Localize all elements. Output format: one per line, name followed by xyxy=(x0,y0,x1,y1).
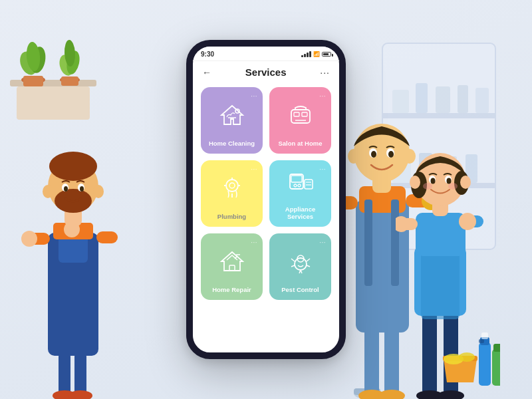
svg-point-89 xyxy=(447,178,452,184)
svg-rect-51 xyxy=(364,326,379,396)
pest-control-label: Pest Control xyxy=(281,286,319,293)
svg-point-67 xyxy=(371,151,376,158)
service-card-home-cleaning[interactable]: ···Home Cleaning xyxy=(201,87,263,154)
card-more-dots[interactable]: ··· xyxy=(251,92,257,100)
status-icons: 📶 xyxy=(301,51,331,57)
salon-at-home-label: Salon at Home xyxy=(279,140,323,147)
svg-rect-106 xyxy=(294,112,299,116)
salon-at-home-icon xyxy=(286,100,315,133)
more-button[interactable]: ··· xyxy=(320,67,330,78)
svg-point-44 xyxy=(64,186,68,192)
svg-rect-57 xyxy=(364,200,372,286)
svg-point-45 xyxy=(80,186,84,192)
card-more-dots[interactable]: ··· xyxy=(251,166,257,173)
svg-point-69 xyxy=(348,149,360,164)
wifi-icon: 📶 xyxy=(313,51,320,57)
svg-point-74 xyxy=(438,390,464,399)
svg-point-110 xyxy=(229,183,235,188)
svg-point-125 xyxy=(295,258,307,270)
svg-line-129 xyxy=(307,259,310,261)
svg-rect-102 xyxy=(479,339,484,343)
svg-point-117 xyxy=(294,184,297,187)
service-card-pest-control[interactable]: ···Pest Control xyxy=(269,233,331,300)
home-repair-label: Home Repair xyxy=(212,286,251,293)
service-card-salon-at-home[interactable]: ···Salon at Home xyxy=(269,87,331,154)
svg-point-101 xyxy=(459,352,475,362)
svg-rect-97 xyxy=(481,332,488,339)
card-more-dots[interactable]: ··· xyxy=(319,92,326,100)
card-more-dots[interactable]: ··· xyxy=(319,166,326,173)
svg-rect-98 xyxy=(492,349,500,386)
battery-icon xyxy=(322,52,331,57)
svg-rect-116 xyxy=(291,176,302,182)
svg-point-93 xyxy=(448,183,458,190)
phone-mockup: 9:30 📶 ← Services ··· ···Home Cleaning··… xyxy=(186,40,346,359)
svg-point-91 xyxy=(460,176,471,189)
svg-point-68 xyxy=(388,151,394,158)
svg-rect-122 xyxy=(229,265,235,271)
svg-rect-119 xyxy=(305,180,313,189)
svg-rect-28 xyxy=(74,352,86,396)
svg-point-92 xyxy=(423,183,432,190)
svg-rect-77 xyxy=(416,213,466,256)
svg-rect-35 xyxy=(96,231,118,243)
svg-point-109 xyxy=(226,180,238,192)
card-more-dots[interactable]: ··· xyxy=(251,239,257,246)
appliance-services-icon xyxy=(286,166,315,199)
home-cleaning-icon xyxy=(217,100,247,133)
card-more-dots[interactable]: ··· xyxy=(319,239,326,246)
pest-control-icon xyxy=(286,247,315,279)
svg-rect-95 xyxy=(479,342,491,386)
services-grid: ···Home Cleaning···Salon at Home···Plumb… xyxy=(193,82,339,308)
svg-line-130 xyxy=(307,265,310,267)
service-card-appliance-services[interactable]: ···Appliance Services xyxy=(269,160,331,227)
phone-body: 9:30 📶 ← Services ··· ···Home Cleaning··… xyxy=(186,40,346,359)
svg-rect-27 xyxy=(59,352,70,396)
svg-point-80 xyxy=(459,213,476,230)
plumbing-label: Plumbing xyxy=(217,213,246,220)
svg-point-37 xyxy=(21,231,37,247)
svg-point-40 xyxy=(49,152,97,181)
home-cleaning-label: Home Cleaning xyxy=(209,140,255,147)
status-time: 9:30 xyxy=(201,51,214,58)
status-bar: 9:30 📶 xyxy=(193,47,339,61)
phone-header: ← Services ··· xyxy=(193,61,339,82)
appliance-services-label: Appliance Services xyxy=(276,205,325,220)
svg-point-46 xyxy=(43,185,53,198)
svg-rect-99 xyxy=(493,344,500,352)
home-repair-icon xyxy=(217,247,247,279)
svg-line-128 xyxy=(291,265,295,267)
back-button[interactable]: ← xyxy=(202,67,211,78)
svg-point-47 xyxy=(93,185,104,198)
service-card-plumbing[interactable]: ···Plumbing xyxy=(201,160,263,227)
page-title: Services xyxy=(245,66,287,78)
svg-line-127 xyxy=(291,259,295,261)
svg-point-118 xyxy=(298,184,301,187)
svg-rect-107 xyxy=(302,112,307,116)
svg-point-90 xyxy=(410,176,420,189)
plumbing-icon xyxy=(217,174,247,206)
svg-point-88 xyxy=(431,178,436,184)
service-card-home-repair[interactable]: ···Home Repair xyxy=(201,233,263,300)
